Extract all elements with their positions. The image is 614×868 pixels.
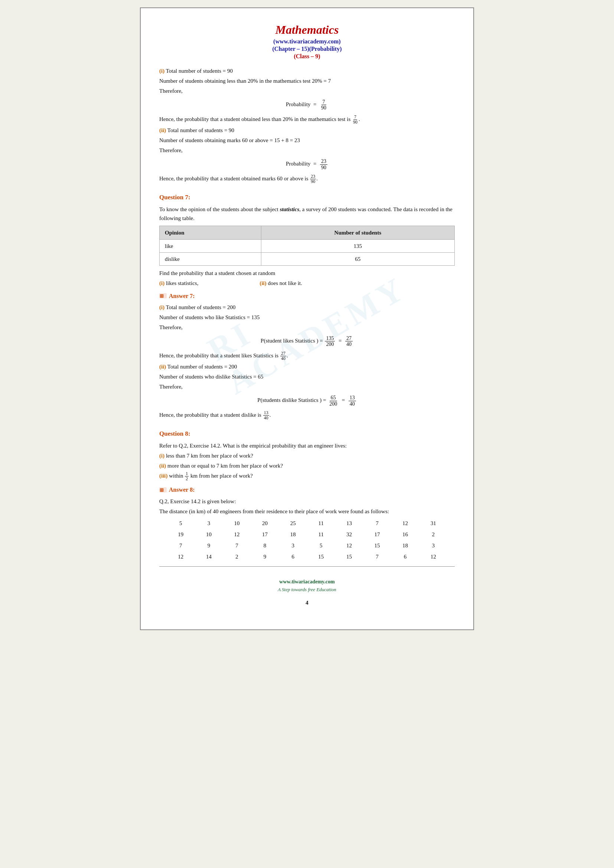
q6-part-ii-therefore: Therefore,: [159, 146, 455, 155]
part-ii-label: (ii): [159, 127, 166, 133]
page-class: (Class – 9): [159, 53, 455, 60]
q8-part-i: (i) less than 7 km from her place of wor…: [159, 451, 455, 460]
q8-iii-label: (iii): [159, 473, 168, 479]
q8-intro: Refer to Q.2, Exercise 14.2. What is the…: [159, 441, 455, 450]
answer-7-label: Answer 7:: [169, 291, 194, 301]
q6-part-ii-marks: Number of students obtaining marks 60 or…: [159, 136, 455, 145]
inline-1-2: 1 2: [185, 471, 189, 481]
q7-sub-parts: (i) likes statistics, (ii) does not like…: [159, 279, 455, 288]
answer-8-heading: ⊞ Answer 8:: [159, 485, 455, 494]
question-8-heading: Question 8:: [159, 429, 455, 439]
page-number: 4: [159, 598, 455, 607]
footer-tagline: A Step towards free Education: [159, 586, 455, 594]
students-col-header: Number of students: [261, 226, 454, 239]
a7-part-ii-total: (ii) Total number of students = 200: [159, 362, 455, 371]
answer-8-icon: ⊞: [159, 487, 167, 493]
question-7-heading: Question 7:: [159, 192, 455, 202]
q8-ii-label: (ii): [159, 463, 166, 469]
q7-i-label: (i): [159, 280, 164, 286]
table-row: dislike 65: [160, 252, 455, 265]
answer-icon: ⊞: [159, 293, 167, 299]
svg-text:⊞: ⊞: [160, 487, 164, 493]
q7-ii-label: (ii): [259, 280, 266, 286]
fraction-27-40: 27 40: [345, 335, 353, 347]
inline-23-90: 23 90: [310, 174, 316, 184]
a7-part-ii-formula: P(students dislike Statistics ) = 65 200…: [159, 395, 455, 407]
engineers-data-grid: 53102025111371231 1910121718113217162 79…: [167, 518, 447, 562]
a7-part-i-hence: Hence, the probability that a student li…: [159, 351, 455, 361]
q6-part-ii-total: (ii) Total number of students = 90: [159, 126, 455, 135]
q8-part-iii: (iii) within 1 2 km from her place of wo…: [159, 471, 455, 481]
a7-part-i-like: Number of students who like Statistics =…: [159, 313, 455, 322]
opinion-like: like: [160, 239, 261, 252]
fraction-135-200: 135 200: [325, 335, 335, 347]
q6-part-i-hence: Hence, the probability that a student ob…: [159, 115, 455, 125]
q6-part-i-total: (i) Total number of students = 90: [159, 67, 455, 75]
fraction-13-40: 13 40: [349, 395, 356, 407]
footer-website: www.tiwariacademy.com: [159, 578, 455, 586]
answer-8-label: Answer 8:: [169, 485, 194, 494]
a7-part-ii-therefore: Therefore,: [159, 382, 455, 391]
a7-part-i-therefore: Therefore,: [159, 323, 455, 332]
a7-ii-label: (ii): [159, 364, 166, 370]
count-like: 135: [261, 239, 454, 252]
a8-intro: Q.2, Exercise 14.2 is given below:: [159, 497, 455, 506]
inline-13-40: 13 40: [263, 411, 269, 420]
q6-part-i-therefore: Therefore,: [159, 87, 455, 95]
a7-i-label: (i): [159, 304, 164, 310]
a8-data-intro: The distance (in km) of 40 engineers fro…: [159, 507, 455, 516]
fraction-23-90: 23 90: [320, 158, 327, 170]
fraction-65-200: 65 200: [328, 395, 338, 407]
count-dislike: 65: [261, 252, 454, 265]
page-chapter: (Chapter – 15)(Probability): [159, 46, 455, 52]
content-area: (i) Total number of students = 90 Number…: [159, 67, 455, 607]
answer-7-heading: ⊞ Answer 7:: [159, 291, 455, 301]
q6-part-i-formula: Probability = 7 90: [159, 99, 455, 111]
a7-part-i-formula: P(student likes Statistics ) = 135 200 =…: [159, 335, 455, 347]
q8-i-label: (i): [159, 453, 164, 459]
part-i-label: (i): [159, 68, 164, 74]
q8-part-ii: (ii) more than or equal to 7 km from her…: [159, 461, 455, 470]
fraction-7-90: 7 90: [320, 99, 327, 111]
a7-part-ii-hence: Hence, the probability that a student di…: [159, 411, 455, 420]
page-subtitle: (www.tiwariacademy.com): [159, 38, 455, 45]
q6-part-i-less20: Number of students obtaining less than 2…: [159, 76, 455, 85]
a7-part-i-total: (i) Total number of students = 200: [159, 303, 455, 312]
q7-find: Find the probability that a student chos…: [159, 269, 455, 277]
opinion-col-header: Opinion: [160, 226, 261, 239]
svg-text:⊞: ⊞: [160, 293, 164, 299]
table-row: like 135: [160, 239, 455, 252]
q7-intro: To know the opinion of the students abou…: [159, 205, 455, 223]
q6-part-ii-formula: Probability = 23 90: [159, 158, 455, 170]
footer-divider: [159, 566, 455, 567]
inline-27-40: 27 40: [280, 351, 286, 361]
page-title: Mathematics: [159, 23, 455, 37]
footer: www.tiwariacademy.com A Step towards fre…: [159, 578, 455, 594]
inline-7-90: 7 90: [352, 115, 358, 125]
opinion-dislike: dislike: [160, 252, 261, 265]
page-container: RIACADEMY Mathematics (www.tiwariacademy…: [140, 8, 474, 630]
a7-part-ii-dislike: Number of students who dislike Statistic…: [159, 372, 455, 381]
opinion-table: Opinion Number of students like 135 disl…: [159, 226, 455, 266]
q6-part-ii-hence: Hence, the probability that a student ob…: [159, 174, 455, 184]
